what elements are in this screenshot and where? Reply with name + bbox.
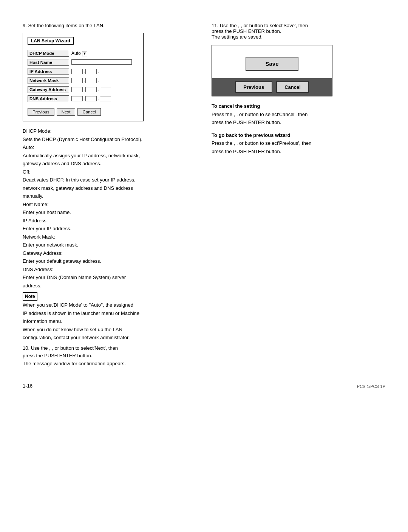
note-text4: When you do not know how to set up the L… bbox=[23, 326, 200, 333]
to-previous-desc1: Press the , , or button to select'Previo… bbox=[212, 140, 385, 147]
ip-address-label: IP Address bbox=[28, 68, 69, 75]
dns-address-label: DNS Address bbox=[28, 95, 69, 102]
dns-octet2[interactable] bbox=[85, 96, 97, 101]
auto-desc: Automatically assigns your IP address, n… bbox=[23, 152, 200, 160]
page-footer: 1-16 PCS-1/PCS-1P bbox=[23, 383, 385, 389]
description-block: DHCP Mode: Sets the DHCP (Dynamic Host C… bbox=[23, 127, 200, 341]
note-text3: Information menu. bbox=[23, 318, 200, 325]
to-cancel-desc1: Press the , , or button to select'Cancel… bbox=[212, 111, 385, 118]
gateway-octet2[interactable] bbox=[85, 87, 97, 92]
wizard-next-button[interactable]: Next bbox=[57, 108, 76, 116]
save-button[interactable]: Save bbox=[246, 57, 298, 71]
step10-line2: press the PUSH ENTER button. bbox=[23, 352, 200, 360]
off-header: Off: bbox=[23, 168, 200, 176]
step11-line2: press the PUSH ENTER button. bbox=[212, 28, 385, 34]
netmask-desc: Enter your network mask. bbox=[23, 241, 200, 249]
dns-address-value: . . bbox=[71, 96, 139, 101]
dhcp-mode-value[interactable]: Auto ▼ bbox=[71, 51, 139, 56]
step10-line1: 10. Use the , , or button to select'Next… bbox=[23, 344, 200, 352]
mask-octet1[interactable] bbox=[71, 78, 83, 83]
network-mask-label: Network Mask bbox=[28, 77, 69, 84]
dns-header: DNS Address: bbox=[23, 266, 200, 273]
save-cancel-button[interactable]: Cancel bbox=[276, 81, 309, 93]
ip-address-value: . . bbox=[71, 69, 139, 74]
gateway-octet3[interactable] bbox=[100, 87, 111, 92]
dns-desc2: address. bbox=[23, 282, 200, 290]
to-cancel-block: To cancel the setting Press the , , or b… bbox=[212, 102, 385, 126]
note-text5: configuration, contact your network admi… bbox=[23, 334, 200, 341]
wizard-cancel-button[interactable]: Cancel bbox=[77, 108, 101, 116]
wizard-button-bar: Previous Next Cancel bbox=[28, 107, 139, 116]
ip-octet1[interactable] bbox=[71, 69, 83, 74]
note-label: Note bbox=[23, 292, 37, 301]
host-name-label: Host Name bbox=[28, 59, 69, 66]
hostname-desc: Enter your host name. bbox=[23, 209, 200, 216]
to-cancel-header: To cancel the setting bbox=[212, 102, 385, 110]
save-wizard-box: Save Previous Cancel bbox=[212, 45, 332, 96]
to-previous-header: To go back to the previous wizard bbox=[212, 132, 385, 139]
ip-octet3[interactable] bbox=[100, 69, 111, 74]
save-previous-button[interactable]: Previous bbox=[235, 81, 272, 93]
host-name-row: Host Name bbox=[28, 59, 139, 66]
to-previous-desc2: press the PUSH ENTER button. bbox=[212, 148, 385, 155]
dns-octet3[interactable] bbox=[100, 96, 111, 101]
dhcp-dropdown-arrow[interactable]: ▼ bbox=[82, 51, 87, 56]
wizard-title: LAN Setup Wizard bbox=[28, 37, 74, 45]
netmask-header: Network Mask: bbox=[23, 233, 200, 241]
gateway-header: Gateway Address: bbox=[23, 250, 200, 257]
network-mask-value: . . bbox=[71, 78, 139, 83]
host-name-value bbox=[71, 59, 139, 66]
mask-octet2[interactable] bbox=[85, 78, 97, 83]
gateway-address-row: Gateway Address . . bbox=[28, 86, 139, 93]
step10-block: 10. Use the , , or button to select'Next… bbox=[23, 344, 200, 368]
dhcp-mode-desc: Sets the DHCP (Dynamic Host Configuratio… bbox=[23, 136, 200, 143]
dhcp-mode-label: DHCP Mode bbox=[28, 50, 69, 57]
step10-line3: The message window for confirmation appe… bbox=[23, 360, 200, 368]
doc-ref: PCS-1/PCS-1P bbox=[357, 384, 385, 389]
to-cancel-desc2: press the PUSH ENTER button. bbox=[212, 119, 385, 126]
dhcp-mode-row: DHCP Mode Auto ▼ bbox=[28, 50, 139, 57]
ip-desc: Enter your IP address. bbox=[23, 225, 200, 233]
lan-wizard-box: LAN Setup Wizard DHCP Mode Auto ▼ Host N… bbox=[23, 33, 144, 121]
dhcp-mode-header: DHCP Mode: bbox=[23, 127, 200, 135]
network-mask-row: Network Mask . . bbox=[28, 77, 139, 84]
ip-header: IP Address: bbox=[23, 217, 200, 225]
gateway-address-value: . . bbox=[71, 87, 139, 92]
gateway-address-label: Gateway Address bbox=[28, 86, 69, 93]
auto-header: Auto: bbox=[23, 144, 200, 151]
hostname-header: Host Name: bbox=[23, 201, 200, 208]
step9-label: 9. Set the following items on the LAN. bbox=[23, 23, 200, 28]
ip-address-row: IP Address . . bbox=[28, 68, 139, 75]
note-text: When you set'DHCP Mode' to ''Auto'', the… bbox=[23, 301, 200, 309]
save-wizard-inner: Save bbox=[212, 45, 332, 78]
dns-address-row: DNS Address . . bbox=[28, 95, 139, 102]
wizard-previous-button[interactable]: Previous bbox=[28, 108, 54, 116]
host-name-input[interactable] bbox=[71, 59, 132, 65]
gateway-desc: Enter your default gateway address. bbox=[23, 257, 200, 265]
off-desc3: manually. bbox=[23, 192, 200, 200]
save-wizard-footer: Previous Cancel bbox=[212, 78, 332, 96]
to-previous-block: To go back to the previous wizard Press … bbox=[212, 132, 385, 155]
gateway-octet1[interactable] bbox=[71, 87, 83, 92]
ip-octet2[interactable] bbox=[85, 69, 97, 74]
step11-block: 11. Use the , , or button to select'Save… bbox=[212, 23, 385, 40]
note-text2: IP address is shown in the launcher menu… bbox=[23, 310, 200, 317]
dns-octet1[interactable] bbox=[71, 96, 83, 101]
off-desc: Deactivates DHCP. In this case set your … bbox=[23, 176, 200, 184]
step11-line3: The settings are saved. bbox=[212, 34, 385, 40]
step11-line1: 11. Use the , , or button to select'Save… bbox=[212, 23, 385, 28]
mask-octet3[interactable] bbox=[100, 78, 111, 83]
off-desc2: network mask, gateway address and DNS ad… bbox=[23, 185, 200, 192]
dns-desc: Enter your DNS (Domain Name System) serv… bbox=[23, 274, 200, 281]
auto-desc2: gateway address and DNS address. bbox=[23, 160, 200, 168]
page-number: 1-16 bbox=[23, 383, 32, 389]
